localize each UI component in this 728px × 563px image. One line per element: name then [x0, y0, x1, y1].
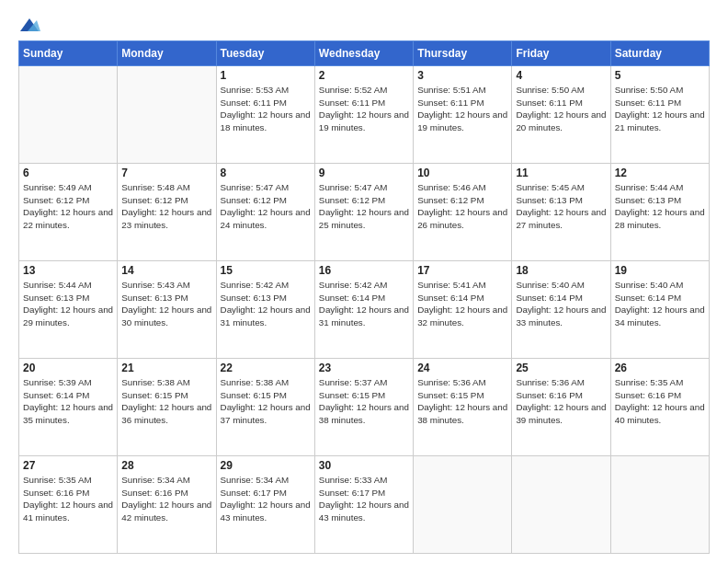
day-number: 27 [23, 459, 113, 472]
calendar-cell: 23Sunrise: 5:37 AMSunset: 6:15 PMDayligh… [314, 359, 413, 456]
day-info: Sunrise: 5:39 AMSunset: 6:14 PMDaylight:… [23, 376, 113, 427]
day-info: Sunrise: 5:38 AMSunset: 6:15 PMDaylight:… [121, 376, 211, 427]
day-info: Sunrise: 5:34 AMSunset: 6:17 PMDaylight:… [221, 474, 311, 524]
day-info: Sunrise: 5:48 AMSunset: 6:12 PMDaylight:… [121, 181, 211, 232]
calendar-cell: 29Sunrise: 5:34 AMSunset: 6:17 PMDayligh… [216, 456, 314, 554]
day-info: Sunrise: 5:46 AMSunset: 6:12 PMDaylight:… [417, 181, 507, 232]
calendar-cell: 19Sunrise: 5:40 AMSunset: 6:14 PMDayligh… [610, 261, 709, 359]
day-number: 16 [319, 264, 409, 277]
day-info: Sunrise: 5:52 AMSunset: 6:11 PMDaylight:… [319, 84, 409, 134]
weekday-header-row: SundayMondayTuesdayWednesdayThursdayFrid… [19, 41, 710, 66]
calendar-cell: 30Sunrise: 5:33 AMSunset: 6:17 PMDayligh… [314, 456, 413, 554]
logo-icon [20, 15, 40, 35]
calendar-cell [19, 66, 118, 164]
day-number: 2 [319, 69, 409, 82]
day-number: 10 [417, 167, 507, 179]
day-info: Sunrise: 5:51 AMSunset: 6:11 PMDaylight:… [417, 84, 507, 134]
day-info: Sunrise: 5:35 AMSunset: 6:16 PMDaylight:… [615, 376, 705, 427]
day-info: Sunrise: 5:41 AMSunset: 6:14 PMDaylight:… [417, 279, 507, 329]
day-info: Sunrise: 5:44 AMSunset: 6:13 PMDaylight:… [615, 181, 705, 232]
week-row-1: 1Sunrise: 5:53 AMSunset: 6:11 PMDaylight… [19, 66, 710, 164]
calendar-cell: 20Sunrise: 5:39 AMSunset: 6:14 PMDayligh… [19, 359, 118, 456]
day-number: 8 [221, 167, 311, 179]
day-info: Sunrise: 5:40 AMSunset: 6:14 PMDaylight:… [615, 279, 705, 329]
day-number: 5 [615, 69, 705, 82]
day-number: 20 [23, 362, 113, 374]
day-info: Sunrise: 5:34 AMSunset: 6:16 PMDaylight:… [121, 474, 211, 524]
day-number: 3 [417, 69, 507, 82]
day-info: Sunrise: 5:42 AMSunset: 6:14 PMDaylight:… [319, 279, 409, 329]
calendar-cell: 13Sunrise: 5:44 AMSunset: 6:13 PMDayligh… [19, 261, 118, 359]
day-number: 1 [221, 69, 311, 82]
day-number: 13 [23, 264, 113, 277]
calendar-cell: 28Sunrise: 5:34 AMSunset: 6:16 PMDayligh… [118, 456, 216, 554]
day-info: Sunrise: 5:50 AMSunset: 6:11 PMDaylight:… [516, 84, 606, 134]
day-info: Sunrise: 5:53 AMSunset: 6:11 PMDaylight:… [221, 84, 311, 134]
day-info: Sunrise: 5:49 AMSunset: 6:12 PMDaylight:… [23, 181, 113, 232]
calendar-cell: 3Sunrise: 5:51 AMSunset: 6:11 PMDaylight… [414, 66, 512, 164]
weekday-header-sunday: Sunday [19, 41, 118, 66]
week-row-2: 6Sunrise: 5:49 AMSunset: 6:12 PMDaylight… [19, 164, 710, 261]
logo [18, 17, 40, 31]
day-info: Sunrise: 5:44 AMSunset: 6:13 PMDaylight:… [23, 279, 113, 329]
weekday-header-saturday: Saturday [610, 41, 709, 66]
day-info: Sunrise: 5:50 AMSunset: 6:11 PMDaylight:… [615, 84, 705, 134]
day-number: 26 [615, 362, 705, 374]
day-number: 19 [615, 264, 705, 277]
calendar-cell: 27Sunrise: 5:35 AMSunset: 6:16 PMDayligh… [19, 456, 118, 554]
calendar-cell: 6Sunrise: 5:49 AMSunset: 6:12 PMDaylight… [19, 164, 118, 261]
day-info: Sunrise: 5:36 AMSunset: 6:16 PMDaylight:… [516, 376, 606, 427]
day-info: Sunrise: 5:47 AMSunset: 6:12 PMDaylight:… [319, 181, 409, 232]
day-info: Sunrise: 5:35 AMSunset: 6:16 PMDaylight:… [23, 474, 113, 524]
weekday-header-monday: Monday [118, 41, 216, 66]
day-number: 4 [516, 69, 606, 82]
day-number: 29 [221, 459, 311, 472]
calendar-cell: 10Sunrise: 5:46 AMSunset: 6:12 PMDayligh… [414, 164, 512, 261]
day-number: 9 [319, 167, 409, 179]
week-row-5: 27Sunrise: 5:35 AMSunset: 6:16 PMDayligh… [19, 456, 710, 554]
day-info: Sunrise: 5:45 AMSunset: 6:13 PMDaylight:… [516, 181, 606, 232]
weekday-header-thursday: Thursday [414, 41, 512, 66]
calendar-cell: 21Sunrise: 5:38 AMSunset: 6:15 PMDayligh… [118, 359, 216, 456]
day-number: 14 [121, 264, 211, 277]
day-info: Sunrise: 5:47 AMSunset: 6:12 PMDaylight:… [221, 181, 311, 232]
day-number: 30 [319, 459, 409, 472]
calendar-cell: 16Sunrise: 5:42 AMSunset: 6:14 PMDayligh… [314, 261, 413, 359]
calendar-cell [118, 66, 216, 164]
calendar-cell: 12Sunrise: 5:44 AMSunset: 6:13 PMDayligh… [610, 164, 709, 261]
calendar-cell: 5Sunrise: 5:50 AMSunset: 6:11 PMDaylight… [610, 66, 709, 164]
page: SundayMondayTuesdayWednesdayThursdayFrid… [0, 0, 728, 563]
calendar-cell: 24Sunrise: 5:36 AMSunset: 6:15 PMDayligh… [414, 359, 512, 456]
day-info: Sunrise: 5:36 AMSunset: 6:15 PMDaylight:… [417, 376, 507, 427]
day-number: 22 [221, 362, 311, 374]
day-info: Sunrise: 5:37 AMSunset: 6:15 PMDaylight:… [319, 376, 409, 427]
calendar-cell: 1Sunrise: 5:53 AMSunset: 6:11 PMDaylight… [216, 66, 314, 164]
day-number: 7 [121, 167, 211, 179]
day-number: 15 [221, 264, 311, 277]
weekday-header-friday: Friday [512, 41, 610, 66]
calendar-cell: 4Sunrise: 5:50 AMSunset: 6:11 PMDaylight… [512, 66, 610, 164]
day-number: 28 [121, 459, 211, 472]
day-number: 18 [516, 264, 606, 277]
week-row-3: 13Sunrise: 5:44 AMSunset: 6:13 PMDayligh… [19, 261, 710, 359]
day-info: Sunrise: 5:42 AMSunset: 6:13 PMDaylight:… [221, 279, 311, 329]
day-number: 24 [417, 362, 507, 374]
calendar-cell: 18Sunrise: 5:40 AMSunset: 6:14 PMDayligh… [512, 261, 610, 359]
day-number: 6 [23, 167, 113, 179]
calendar-cell: 14Sunrise: 5:43 AMSunset: 6:13 PMDayligh… [118, 261, 216, 359]
day-info: Sunrise: 5:33 AMSunset: 6:17 PMDaylight:… [319, 474, 409, 524]
day-number: 12 [615, 167, 705, 179]
calendar-table: SundayMondayTuesdayWednesdayThursdayFrid… [18, 40, 710, 554]
calendar-header: SundayMondayTuesdayWednesdayThursdayFrid… [19, 41, 710, 66]
day-info: Sunrise: 5:38 AMSunset: 6:15 PMDaylight:… [221, 376, 311, 427]
calendar-cell: 25Sunrise: 5:36 AMSunset: 6:16 PMDayligh… [512, 359, 610, 456]
day-number: 25 [516, 362, 606, 374]
calendar-cell: 2Sunrise: 5:52 AMSunset: 6:11 PMDaylight… [314, 66, 413, 164]
calendar-cell: 15Sunrise: 5:42 AMSunset: 6:13 PMDayligh… [216, 261, 314, 359]
header [18, 17, 710, 31]
calendar-cell [414, 456, 512, 554]
week-row-4: 20Sunrise: 5:39 AMSunset: 6:14 PMDayligh… [19, 359, 710, 456]
calendar-cell: 7Sunrise: 5:48 AMSunset: 6:12 PMDaylight… [118, 164, 216, 261]
calendar-cell: 22Sunrise: 5:38 AMSunset: 6:15 PMDayligh… [216, 359, 314, 456]
calendar-cell [512, 456, 610, 554]
